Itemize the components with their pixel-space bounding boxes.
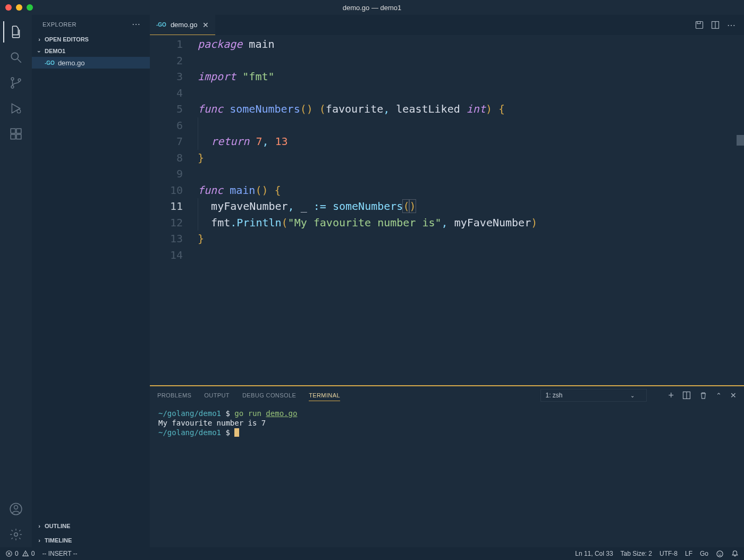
svg-rect-9 xyxy=(16,129,21,133)
activity-source-control[interactable] xyxy=(3,70,29,96)
status-line-col[interactable]: Ln 11, Col 33 xyxy=(575,550,613,557)
status-errors[interactable]: 0 xyxy=(5,550,19,557)
status-vim-mode: -- INSERT -- xyxy=(42,550,77,557)
svg-point-22 xyxy=(717,550,723,556)
panel-tab-output[interactable]: OUTPUT xyxy=(204,390,230,401)
activity-run-debug[interactable] xyxy=(3,96,29,121)
window-title: demo.go — demo1 xyxy=(33,4,711,12)
trash-icon[interactable] xyxy=(699,392,707,400)
sidebar-title: EXPLORER xyxy=(43,21,77,28)
gear-icon xyxy=(9,528,23,541)
go-file-icon: -GO xyxy=(45,60,55,66)
file-item-demo-go[interactable]: -GO demo.go xyxy=(32,57,150,69)
status-feedback[interactable] xyxy=(716,550,724,558)
svg-point-3 xyxy=(11,86,14,88)
section-timeline[interactable]: › TIMELINE xyxy=(32,533,150,547)
svg-point-5 xyxy=(17,109,20,113)
sidebar: EXPLORER ⋯ › OPEN EDITORS › DEMO1 -GO de… xyxy=(32,15,150,547)
svg-line-1 xyxy=(18,59,21,63)
maximize-panel-icon[interactable]: ⌃ xyxy=(716,392,722,400)
files-icon xyxy=(9,25,23,39)
svg-rect-14 xyxy=(697,22,700,24)
status-encoding[interactable]: UTF-8 xyxy=(660,550,678,557)
section-outline-label: OUTLINE xyxy=(45,523,70,529)
chevron-down-icon: ⌄ xyxy=(630,393,635,398)
activity-explorer[interactable] xyxy=(3,19,29,45)
activity-bar xyxy=(0,15,32,547)
sidebar-header: EXPLORER ⋯ xyxy=(32,15,150,33)
terminal-body[interactable]: ~/golang/demo1 $ go run demo.go My favou… xyxy=(150,404,744,547)
chevron-right-icon: › xyxy=(35,537,44,544)
section-open-editors[interactable]: › OPEN EDITORS xyxy=(32,33,150,45)
terminal-line: ~/golang/demo1 $ go run demo.go xyxy=(158,409,735,418)
svg-rect-8 xyxy=(16,134,21,139)
code-content[interactable]: package main import "fmt" func someNumbe… xyxy=(198,35,744,385)
svg-point-4 xyxy=(18,79,21,81)
tab-demo-go[interactable]: -GO demo.go ✕ xyxy=(150,15,215,35)
terminal-selector-label: 1: zsh xyxy=(545,392,562,399)
editor-tabs: -GO demo.go ✕ ⋯ xyxy=(150,15,744,35)
panel-tab-problems[interactable]: PROBLEMS xyxy=(157,390,191,401)
terminal-selector[interactable]: 1: zsh ⌄ xyxy=(540,389,647,402)
editor-actions: ⋯ xyxy=(688,15,744,35)
section-folder-label: DEMO1 xyxy=(45,48,65,54)
activity-settings[interactable] xyxy=(3,522,29,547)
feedback-icon xyxy=(716,550,724,558)
terminal-line: ~/golang/demo1 $ xyxy=(158,428,735,437)
panel-tabs: PROBLEMS OUTPUT DEBUG CONSOLE TERMINAL 1… xyxy=(150,386,744,404)
section-folder[interactable]: › DEMO1 xyxy=(32,45,150,57)
save-icon[interactable] xyxy=(695,21,704,29)
scrollbar-thumb[interactable] xyxy=(737,135,744,146)
extensions-icon xyxy=(9,127,23,141)
svg-point-2 xyxy=(11,78,14,80)
maximize-window-button[interactable] xyxy=(27,4,33,11)
close-panel-icon[interactable]: ✕ xyxy=(730,391,737,400)
tab-label: demo.go xyxy=(171,21,198,29)
panel-tab-debug-console[interactable]: DEBUG CONSOLE xyxy=(242,390,296,401)
status-tab-size[interactable]: Tab Size: 2 xyxy=(621,550,652,557)
panel-tab-terminal[interactable]: TERMINAL xyxy=(309,390,340,401)
status-warnings[interactable]: 0 xyxy=(22,550,35,557)
status-eol[interactable]: LF xyxy=(685,550,692,557)
go-file-icon: -GO xyxy=(156,22,166,28)
bottom-panel: PROBLEMS OUTPUT DEBUG CONSOLE TERMINAL 1… xyxy=(150,385,744,547)
file-item-label: demo.go xyxy=(58,59,85,67)
section-timeline-label: TIMELINE xyxy=(45,537,72,544)
svg-point-12 xyxy=(14,533,18,537)
bell-icon xyxy=(731,550,739,557)
svg-point-23 xyxy=(718,553,719,553)
svg-point-24 xyxy=(721,553,721,553)
chevron-down-icon: › xyxy=(36,47,43,56)
svg-point-0 xyxy=(11,53,18,60)
section-outline[interactable]: › OUTLINE xyxy=(32,519,150,533)
code-editor[interactable]: 1234567891011121314 package main import … xyxy=(150,35,744,385)
terminal-line: My favourite number is 7 xyxy=(158,418,735,428)
chevron-right-icon: › xyxy=(35,36,44,43)
sidebar-more-icon[interactable]: ⋯ xyxy=(132,19,141,29)
new-terminal-icon[interactable]: + xyxy=(668,390,674,401)
svg-point-21 xyxy=(25,555,26,555)
activity-search[interactable] xyxy=(3,45,29,70)
svg-rect-6 xyxy=(11,129,15,133)
minimize-window-button[interactable] xyxy=(16,4,22,11)
section-open-editors-label: OPEN EDITORS xyxy=(45,36,89,43)
split-editor-icon[interactable] xyxy=(711,21,720,29)
activity-extensions[interactable] xyxy=(3,121,29,147)
search-icon xyxy=(9,50,23,64)
branch-icon xyxy=(9,76,23,90)
more-icon[interactable]: ⋯ xyxy=(727,20,737,30)
error-icon xyxy=(5,550,13,557)
line-number-gutter: 1234567891011121314 xyxy=(150,35,198,385)
editor-area: -GO demo.go ✕ ⋯ 1234567891011121314 pack… xyxy=(150,15,744,547)
svg-point-11 xyxy=(14,505,18,509)
close-window-button[interactable] xyxy=(5,4,12,11)
split-terminal-icon[interactable] xyxy=(682,391,691,400)
warning-icon xyxy=(22,550,29,557)
status-notifications[interactable] xyxy=(731,550,739,557)
traffic-lights xyxy=(5,4,33,11)
svg-rect-7 xyxy=(11,134,15,139)
close-icon[interactable]: ✕ xyxy=(201,20,210,30)
status-language[interactable]: Go xyxy=(700,550,708,557)
activity-accounts[interactable] xyxy=(3,496,29,522)
play-bug-icon xyxy=(9,101,23,115)
